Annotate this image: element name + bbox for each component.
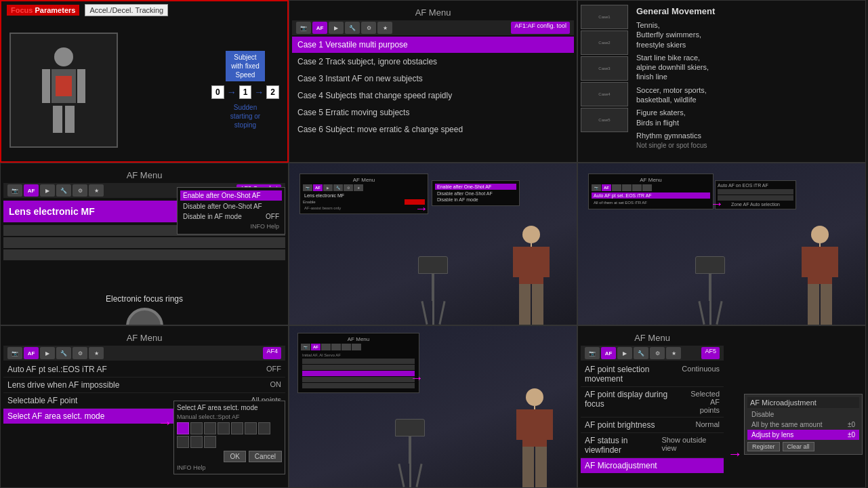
af5-val-1: Continuous [682,365,720,384]
general-movement-title: General Movement [636,6,861,16]
off-label: OFF [266,213,279,220]
figure-left-arm [42,69,50,103]
popup-disable[interactable]: Disable [747,409,859,420]
mini-r3-4 [302,377,415,382]
wrench-icon-4: 🔧 [56,184,71,197]
cam-pole-3 [409,436,411,464]
mini-icon-2e [632,184,642,191]
menu4-row-1[interactable]: Auto AF pt sel.:EOS iTR AF OFF [3,362,285,378]
cam-pole-1 [432,274,434,301]
cell-movement-list: Case1 Case2 Case3 Case4 Case5 General Mo… [577,0,866,163]
thumb-1[interactable]: Case1 [581,5,628,29]
settings-icon: ⚙ [361,22,376,34]
sel-ic-5[interactable] [231,422,243,434]
af4-label: AF4 [263,347,281,359]
register-button[interactable]: Register [747,442,780,451]
efr-section: Electronic focus rings [3,294,285,325]
mini-icons-1: 📷 AF ▶ 🔧 ⚙ ★ [303,184,425,191]
cam-pole-2 [709,274,711,301]
cam-legr-1 [438,301,445,325]
sel-ic-10[interactable] [204,436,216,448]
sel-ic-6[interactable] [245,422,257,434]
thumb-4[interactable]: Case4 [581,82,628,106]
vs-disable2: Disable in AF mode [435,197,516,203]
case-item-1[interactable]: Case 1 Versatile multi purpose [292,37,574,53]
mini-rows-3: Initial AF, Al Servo AF [301,352,416,390]
case-item-4[interactable]: Case 4 Subjects that change speed rapidl… [292,87,574,104]
menu4-row-2[interactable]: Lens drive when AF impossible ON [3,378,285,393]
cancel-button[interactable]: Cancel [249,451,282,462]
mini-title-1: AF Menu [303,177,425,183]
cam-legs-3 [395,464,425,487]
star-icon-4: ★ [89,184,104,197]
case-item-6[interactable]: Case 6 Subject: move erratic & change sp… [292,121,574,138]
sel-ic-9[interactable] [190,436,203,448]
vs-enable: Enable after One-Shot AF [435,184,516,190]
sel-ic-2[interactable] [190,422,203,434]
pres-lleg-3 [522,447,534,487]
af5-row-1[interactable]: AF point selection movement Continuous [581,362,724,387]
play-icon-4: ▶ [40,184,55,197]
submenu-disable1[interactable]: Disable after One-Shot AF [180,201,282,211]
cam-legr-3 [415,464,422,487]
cell-lens-emf: AF Menu 📷 AF ▶ 🔧 ⚙ ★ AF3:One shot Lens e… [0,163,289,325]
case-item-5[interactable]: Case 5 Erratic moving subjects [292,104,574,121]
speed-label: Subjectwith fixedSpeed [226,51,265,81]
af-icon-4: AF [24,184,39,197]
efr-title: Electronic focus rings [3,294,285,304]
af5-val-3: Normal [696,420,720,430]
pres-rarm-2 [832,247,838,277]
sel-ic-4[interactable] [218,422,230,434]
wrench-9: 🔧 [634,347,648,359]
figure-torso [51,69,76,103]
sel-ic-3[interactable] [204,422,216,434]
case-item-3[interactable]: Case 3 Instant AF on new subjects [292,70,574,87]
figure-head [54,47,73,66]
sel-ic-7[interactable] [258,422,270,434]
menu4-val-1: OFF [266,365,281,374]
cam-body-1 [418,256,448,274]
grey-row-3 [3,249,285,260]
accel-badge: Accel./Decel. Tracking [85,4,168,16]
cell-video-2: AF Menu 📷 AF Auto AF pt sel.:EOS iTR AF … [577,163,866,325]
submenu-disable2[interactable]: Disable in AF mode OFF [180,211,282,222]
sel-ic-8[interactable] [177,436,189,448]
figure-right-leg [65,106,75,133]
ok-cancel-row: OK Cancel [177,451,282,462]
ok-button[interactable]: OK [224,451,245,462]
mini-play-ic: ▶ [323,184,333,191]
speed-info: Subjectwith fixedSpeed 0 → 1 → 2 Suddens… [211,51,279,129]
thumb-3[interactable]: Case3 [581,56,628,81]
af5-row-3[interactable]: AF point brightness Normal [581,418,724,433]
mini-cam-3: 📷 [301,344,310,350]
mini-af-ic: AF [313,184,323,191]
select-af-panel: Select AF area selct. mode Manual select… [173,401,285,474]
pres-larm-3 [516,409,522,440]
pres-head-1 [522,226,540,243]
accel-label: Accel./Decel. Tracking [89,6,163,14]
vp2-row1 [718,189,793,195]
mini-r3-2 [302,365,415,370]
thumb-2[interactable]: Case2 [581,30,628,55]
gear-7: ⚙ [73,347,87,359]
thumb-5[interactable]: Case5 [581,108,628,132]
submenu-enable[interactable]: Enable after One-Shot AF [180,190,282,201]
af5-val-4: Show outside view [661,436,720,455]
clear-all-button[interactable]: Clear all [783,442,814,451]
figure-chest [56,76,72,96]
af5-row-2[interactable]: AF point display during focus SelectedAF… [581,387,724,418]
case-item-2[interactable]: Case 2 Track subject, ignore obstacles [292,54,574,70]
arrow-right-2: → [254,87,264,98]
pink-arrow-3: → [410,370,423,386]
popup-adjust-lens[interactable]: Adjust by lens ±0 [747,430,859,440]
popup-btn-row: Register Clear all [747,442,859,451]
af5-menu-area: AF Menu 📷 AF ▶ 🔧 ⚙ ★ AF5 AF point select… [578,326,726,487]
sudden-label: Suddenstarting orstoping [230,103,260,129]
sel-ic-1[interactable] [177,422,189,434]
cam-legc-3 [409,464,411,487]
af5-row-4[interactable]: AF status in viewfinder Show outside vie… [581,433,724,458]
af5-row-5[interactable]: AF Microadjustment [581,458,724,473]
figure-display [9,33,118,148]
speed-2: 2 [266,85,279,99]
popup-all-same[interactable]: All by the same amount ±0 [747,420,859,430]
